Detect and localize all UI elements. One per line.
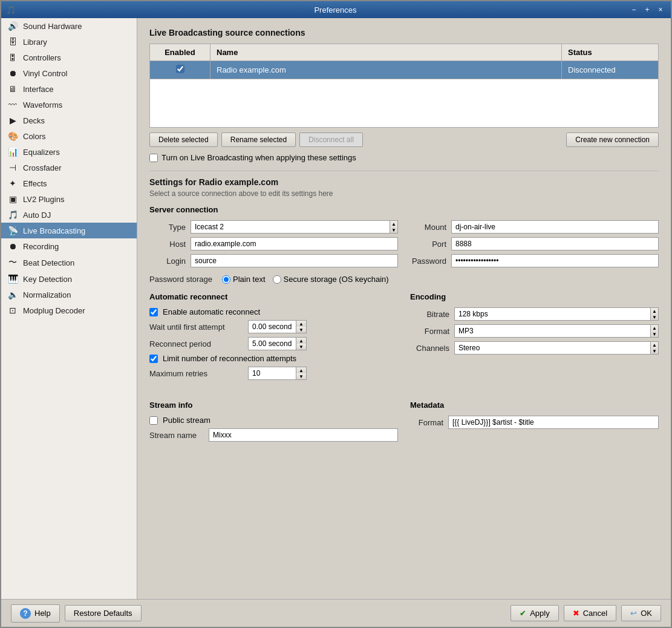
- bitrate-input[interactable]: [455, 308, 650, 320]
- max-retries-up-button[interactable]: ▲: [296, 367, 306, 373]
- sidebar-item-modplug-decoder[interactable]: ⊡ Modplug Decoder: [1, 303, 137, 318]
- reconnect-period-input[interactable]: [248, 337, 296, 350]
- max-retries-input[interactable]: [248, 367, 296, 380]
- wait-first-row: Wait until first attempt ▲ ▼: [149, 320, 398, 333]
- limit-reconnect-checkbox[interactable]: [149, 355, 158, 363]
- auto-reconnect-section: Automatic reconnect Enable automatic rec…: [149, 292, 398, 384]
- vinyl-icon: ⏺: [7, 68, 18, 78]
- period-up-button[interactable]: ▲: [296, 338, 306, 344]
- plain-text-option[interactable]: Plain text: [222, 275, 265, 284]
- create-new-connection-button[interactable]: Create new connection: [566, 132, 659, 147]
- beat-detection-icon: 〜: [7, 257, 18, 268]
- sidebar-item-normalization[interactable]: 🔈 Normalization: [1, 287, 137, 303]
- reconnect-period-label: Reconnect period: [149, 339, 243, 348]
- bitrate-arrow[interactable]: ▲ ▼: [650, 308, 658, 320]
- format-arrow-up[interactable]: ▲: [652, 325, 657, 331]
- sidebar-item-label: Auto DJ: [23, 211, 51, 220]
- bitrate-combobox[interactable]: ▲ ▼: [454, 307, 659, 321]
- rename-selected-button[interactable]: Rename selected: [221, 132, 296, 147]
- sidebar-item-key-detection[interactable]: 🎹 Key Detection: [1, 271, 137, 287]
- bitrate-arrow-up[interactable]: ▲: [652, 308, 657, 314]
- channels-combobox[interactable]: ▲ ▼: [454, 341, 659, 355]
- wait-first-input[interactable]: [248, 320, 296, 333]
- sidebar-item-live-broadcasting[interactable]: 📡 Live Broadcasting: [1, 223, 137, 238]
- plain-text-radio[interactable]: [222, 275, 230, 284]
- reconnect-period-spinbox[interactable]: ▲ ▼: [248, 337, 307, 350]
- type-combobox[interactable]: Icecast 2 ▲ ▼: [191, 220, 398, 234]
- channels-input[interactable]: [455, 342, 650, 354]
- sidebar-item-decks[interactable]: ▶ Decks: [1, 113, 137, 128]
- sidebar-item-waveforms[interactable]: 〰 Waveforms: [1, 97, 137, 113]
- connection-enabled-checkbox[interactable]: [176, 65, 184, 73]
- sidebar-item-interface[interactable]: 🖥 Interface: [1, 81, 137, 97]
- max-retries-spinbox-buttons: ▲ ▼: [296, 367, 307, 380]
- format-combobox[interactable]: ▲ ▼: [454, 324, 659, 338]
- wait-first-up-button[interactable]: ▲: [296, 321, 306, 327]
- sidebar-item-library[interactable]: 🗄 Library: [1, 34, 137, 50]
- metadata-format-input[interactable]: [448, 416, 659, 429]
- max-retries-spinbox[interactable]: ▲ ▼: [248, 367, 307, 380]
- sidebar-item-sound-hardware[interactable]: 🔊 Sound Hardware: [1, 18, 137, 34]
- cancel-icon: ✖: [573, 609, 579, 618]
- channels-arrow[interactable]: ▲ ▼: [650, 342, 658, 354]
- ok-label: OK: [641, 609, 652, 618]
- help-button[interactable]: ? Help: [11, 604, 60, 623]
- mount-input[interactable]: dj-on-air-live: [451, 220, 659, 234]
- restore-defaults-button[interactable]: Restore Defaults: [65, 605, 142, 621]
- live-broadcasting-checkbox[interactable]: [149, 154, 158, 162]
- table-row[interactable]: Radio example.com Disconnected: [150, 61, 659, 79]
- type-input[interactable]: Icecast 2: [191, 221, 390, 233]
- wait-first-spinbox[interactable]: ▲ ▼: [248, 320, 307, 333]
- sidebar-item-equalizers[interactable]: 📊 Equalizers: [1, 144, 137, 160]
- bitrate-arrow-down[interactable]: ▼: [652, 314, 657, 320]
- public-stream-checkbox[interactable]: [149, 416, 158, 425]
- close-button[interactable]: ×: [655, 4, 666, 15]
- disconnect-all-button[interactable]: Disconnect all: [299, 132, 363, 147]
- apply-button[interactable]: ✔ Apply: [511, 605, 559, 621]
- sidebar-item-label: Controllers: [23, 53, 61, 62]
- stream-name-input[interactable]: [209, 428, 398, 442]
- sidebar-item-vinyl-control[interactable]: ⏺ Vinyl Control: [1, 65, 137, 81]
- format-arrow-down[interactable]: ▼: [652, 331, 657, 337]
- wait-first-down-button[interactable]: ▼: [296, 327, 306, 333]
- enable-reconnect-checkbox[interactable]: [149, 308, 158, 316]
- sidebar-item-controllers[interactable]: 🎛 Controllers: [1, 50, 137, 65]
- format-input[interactable]: [455, 325, 650, 337]
- content-area: Live Broadcasting source connections Ena…: [137, 18, 671, 599]
- ok-button[interactable]: ↩ OK: [621, 605, 661, 621]
- cell-enabled[interactable]: [150, 61, 210, 79]
- sidebar-item-label: Crossfader: [23, 163, 62, 172]
- secure-storage-option[interactable]: Secure storage (OS keychain): [273, 275, 389, 284]
- sidebar-item-crossfader[interactable]: ⊣ Crossfader: [1, 160, 137, 175]
- channels-arrow-up[interactable]: ▲: [652, 342, 657, 348]
- host-input[interactable]: radio.example.com: [191, 237, 398, 250]
- channels-arrow-down[interactable]: ▼: [652, 348, 657, 354]
- sidebar-item-colors[interactable]: 🎨 Colors: [1, 128, 137, 144]
- type-arrow-down[interactable]: ▼: [391, 227, 396, 233]
- type-arrow-up[interactable]: ▲: [391, 221, 396, 227]
- period-down-button[interactable]: ▼: [296, 344, 306, 350]
- maximize-button[interactable]: +: [642, 4, 653, 15]
- sidebar-item-auto-dj[interactable]: 🎵 Auto DJ: [1, 207, 137, 223]
- cancel-label: Cancel: [583, 609, 607, 618]
- minimize-button[interactable]: −: [628, 4, 639, 15]
- host-row: Host radio.example.com: [149, 237, 398, 250]
- secure-storage-radio[interactable]: [273, 275, 281, 284]
- sidebar-item-lv2-plugins[interactable]: ▣ LV2 Plugins: [1, 191, 137, 207]
- equalizers-icon: 📊: [7, 147, 18, 157]
- login-input[interactable]: source: [191, 254, 398, 267]
- format-arrow[interactable]: ▲ ▼: [650, 325, 658, 337]
- sidebar-item-label: Effects: [23, 179, 47, 188]
- port-input[interactable]: 8888: [451, 237, 659, 250]
- delete-selected-button[interactable]: Delete selected: [149, 132, 218, 147]
- password-input[interactable]: [451, 254, 659, 267]
- type-combo-arrow[interactable]: ▲ ▼: [390, 221, 397, 233]
- sidebar-item-recording[interactable]: ⏺ Recording: [1, 238, 137, 254]
- stream-info-title: Stream info: [149, 401, 398, 410]
- sidebar-item-effects[interactable]: ✦ Effects: [1, 175, 137, 191]
- cancel-button[interactable]: ✖ Cancel: [564, 605, 616, 621]
- colors-icon: 🎨: [7, 131, 18, 141]
- sidebar-item-beat-detection[interactable]: 〜 Beat Detection: [1, 254, 137, 271]
- mount-row: Mount dj-on-air-live: [410, 220, 659, 234]
- max-retries-down-button[interactable]: ▼: [296, 373, 306, 379]
